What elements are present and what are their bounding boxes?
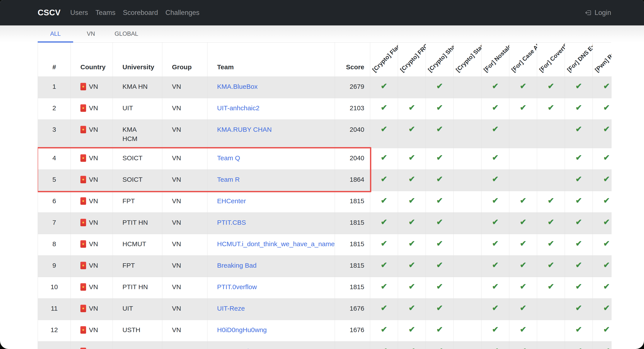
solve-cell: ✔	[509, 298, 537, 320]
solved-check-icon: ✔	[520, 346, 526, 349]
solve-cell	[537, 320, 565, 341]
solve-cell	[454, 277, 482, 298]
solve-cell	[454, 255, 482, 277]
solve-cell: ✔	[537, 77, 565, 98]
column-header-: #	[38, 43, 71, 77]
solve-cell: ✔	[426, 341, 454, 349]
solve-cell: ✔	[565, 169, 593, 191]
solved-check-icon: ✔	[548, 260, 554, 269]
solve-cell	[398, 77, 426, 98]
country-cell: ★VN	[71, 255, 113, 277]
score-cell: 1444	[335, 341, 370, 349]
team-link[interactable]: UIT-anhchaic2	[217, 104, 259, 112]
group-cell: VN	[162, 77, 208, 98]
solved-check-icon: ✔	[436, 103, 443, 112]
solve-cell: ✔	[370, 191, 398, 212]
solved-check-icon: ✔	[436, 217, 443, 226]
solve-cell: ✔	[593, 212, 612, 234]
solved-check-icon: ✔	[603, 125, 610, 134]
table-body: 1★VNKMA HNVNKMA.BlueBox2679✔✔✔✔✔✔✔2★VNUI…	[38, 77, 612, 349]
team-link[interactable]: KMA.RUBY CHAN	[217, 126, 272, 133]
solved-check-icon: ✔	[576, 260, 582, 269]
nav-item-teams[interactable]: Teams	[96, 9, 116, 17]
challenge-column-header: [Crypto] FROST-Me	[398, 43, 426, 77]
tab-all[interactable]: ALL	[38, 26, 73, 43]
solved-check-icon: ✔	[576, 282, 582, 291]
table-row: 2★VNUITVNUIT-anhchaic22103✔✔✔✔✔✔✔✔	[38, 98, 612, 120]
nav-item-scoreboard[interactable]: Scoreboard	[123, 9, 158, 17]
team-cell: H0iD0ngHu0wng	[208, 320, 335, 341]
team-cell: UIT-Reze	[208, 298, 335, 320]
scoreboard-table-container: #CountryUniversityGroupTeamScore[Crypto]…	[38, 43, 612, 349]
solved-check-icon: ✔	[436, 125, 443, 134]
solve-cell: ✔	[370, 169, 398, 191]
nav-item-users[interactable]: Users	[70, 9, 88, 17]
score-cell: 2679	[335, 77, 370, 98]
team-link[interactable]: H0iD0ngHu0wng	[217, 326, 267, 333]
solve-cell: ✔	[537, 98, 565, 120]
university-cell: PTIT HN	[113, 277, 162, 298]
solved-check-icon: ✔	[492, 217, 498, 226]
university-cell: UIT	[113, 98, 162, 120]
solved-check-icon: ✔	[436, 239, 443, 248]
solve-cell: ✔	[426, 255, 454, 277]
solved-check-icon: ✔	[492, 153, 498, 162]
team-link[interactable]: PTIT.CBS	[217, 219, 246, 226]
tab-label: ALL	[50, 31, 61, 37]
university-cell: FPT	[113, 191, 162, 212]
solve-cell	[454, 320, 482, 341]
team-link[interactable]: Breaking Bad	[217, 262, 256, 269]
tab-global[interactable]: GLOBAL	[109, 26, 144, 43]
navbar-inner: CSCV UsersTeamsScoreboardChallenges Logi…	[38, 8, 611, 17]
login-label: Login	[594, 9, 611, 17]
solved-check-icon: ✔	[492, 82, 498, 91]
solve-cell: ✔	[482, 169, 509, 191]
team-link[interactable]: HCMUT.i_dont_think_we_have_a_name	[217, 240, 335, 247]
solved-check-icon: ✔	[520, 103, 526, 112]
table-row: 13★VNHCMUSVNHCMUS.Bl1444✔✔✔✔✔✔✔	[38, 341, 612, 349]
team-link[interactable]: Team Q	[217, 154, 240, 162]
team-link[interactable]: KMA.BlueBox	[217, 83, 258, 90]
solve-cell: ✔	[565, 277, 593, 298]
tab-vn[interactable]: VN	[73, 26, 109, 43]
university-cell: HCMUS	[113, 341, 162, 349]
brand-logo[interactable]: CSCV	[38, 8, 61, 17]
solve-cell: ✔	[565, 255, 593, 277]
nav-item-challenges[interactable]: Challenges	[166, 9, 199, 17]
country-code: VN	[89, 82, 98, 91]
country-cell: ★VN	[71, 98, 113, 120]
solved-check-icon: ✔	[576, 196, 582, 205]
solve-cell: ✔	[482, 277, 509, 298]
solved-check-icon: ✔	[548, 103, 554, 112]
team-link[interactable]: Team R	[217, 176, 240, 183]
team-link[interactable]: PTIT.0verflow	[217, 283, 257, 290]
solved-check-icon: ✔	[381, 282, 387, 291]
solve-cell: ✔	[426, 212, 454, 234]
country-code: VN	[89, 153, 98, 163]
team-link[interactable]: EHCenter	[217, 197, 246, 205]
login-button[interactable]: Login	[584, 9, 611, 17]
solve-cell: ✔	[509, 255, 537, 277]
team-link[interactable]: HCMUS.Bl	[217, 348, 249, 349]
rank-cell: 11	[38, 298, 71, 320]
solved-check-icon: ✔	[548, 239, 554, 248]
team-cell: PTIT.CBS	[208, 212, 335, 234]
country-cell: ★VN	[71, 341, 113, 349]
group-cell: VN	[162, 120, 208, 148]
solve-cell	[537, 120, 565, 148]
challenge-column-header: [For] Case AlphaS	[509, 43, 537, 77]
vietnam-flag-icon: ★	[80, 104, 86, 112]
rank-cell: 1	[38, 77, 71, 98]
solve-cell: ✔	[482, 191, 509, 212]
column-header-score: Score	[335, 43, 370, 77]
team-link[interactable]: UIT-Reze	[217, 305, 245, 312]
challenge-column-header: [For] CovertS	[537, 43, 565, 77]
country-code: VN	[89, 325, 98, 334]
team-cell: Team Q	[208, 148, 335, 169]
solve-cell: ✔	[398, 298, 426, 320]
vietnam-flag-icon: ★	[80, 219, 86, 226]
solve-cell: ✔	[537, 234, 565, 255]
rank-cell: 3	[38, 120, 71, 148]
solved-check-icon: ✔	[381, 346, 387, 349]
solved-check-icon: ✔	[603, 153, 610, 162]
